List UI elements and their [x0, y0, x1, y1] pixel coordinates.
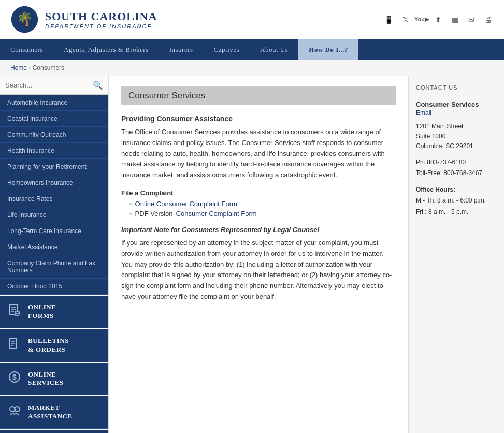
print-icon[interactable]: 🖨	[482, 14, 494, 25]
contact-divider	[416, 94, 497, 94]
breadcrumb: Home › Consumers	[0, 60, 504, 76]
rss-icon[interactable]: ▥	[449, 14, 460, 25]
sidebar-item-rates[interactable]: Insurance Rates	[0, 191, 108, 207]
complaint-title: File a Complaint	[121, 189, 396, 197]
contact-phone: Ph: 803-737-6180 Toll-Free: 800-768-3467	[416, 157, 497, 179]
org-sub: Department of Insurance	[45, 23, 157, 30]
services-icon: $	[7, 370, 22, 387]
phone-number: Ph: 803-737-6180	[416, 157, 497, 168]
market-icon	[7, 404, 22, 421]
address-line1: 1201 Main Street	[416, 122, 497, 132]
logo-text: South Carolina Department of Insurance	[45, 10, 157, 30]
online-complaint-link[interactable]: Online Consumer Complaint Form	[135, 200, 237, 208]
twitter-icon[interactable]: 𝕏	[399, 14, 411, 25]
main-nav: Consumers Agents, Adjusters & Brokers In…	[0, 39, 504, 60]
pdf-prefix: PDF Version	[135, 210, 173, 218]
hours-line1: M - Th. 8 a.m. - 6:00 p.m.	[416, 195, 497, 207]
page-title-bar: Consumer Services	[121, 86, 396, 105]
sidebar-item-flood[interactable]: October Flood 2015	[0, 279, 108, 295]
nav-about[interactable]: About Us	[250, 39, 298, 60]
widget-market-label: MarketAssistance	[28, 403, 73, 421]
forms-icon	[7, 304, 22, 320]
share-icon[interactable]: ⬆	[433, 14, 444, 25]
search-bar: 🔍	[0, 76, 108, 95]
providing-title: Providing Consumer Assistance	[121, 114, 396, 123]
sidebar-item-automobile[interactable]: Automobile Insurance	[0, 95, 108, 111]
breadcrumb-separator: ›	[28, 64, 31, 71]
sidebar-item-company-claim[interactable]: Company Claim Phone and Fax Numbers	[0, 255, 108, 279]
sidebar-item-health[interactable]: Health Insurance	[0, 143, 108, 159]
contact-dept-name: Consumer Services	[416, 100, 497, 108]
search-button[interactable]: 🔍	[93, 80, 103, 90]
org-name: South Carolina	[45, 10, 157, 23]
right-panel: Contact Us Consumer Services Email 1201 …	[408, 76, 504, 433]
contact-title: Contact Us	[416, 84, 497, 91]
sidebar-item-retirement[interactable]: Planning for your Retirement	[0, 159, 108, 175]
svg-text:$: $	[12, 373, 17, 381]
hours-label: Office Hours:	[416, 184, 497, 196]
nav-agents[interactable]: Agents, Adjusters & Brokers	[53, 39, 159, 60]
bulletins-icon	[7, 337, 22, 354]
youtube-icon[interactable]: You▶	[416, 14, 427, 25]
breadcrumb-home[interactable]: Home	[10, 64, 27, 71]
sidebar-widgets: OnlineForms Bulletins& Orders $ OnlineSe…	[0, 296, 108, 433]
sidebar-item-community[interactable]: Community Outreach	[0, 127, 108, 143]
sidebar: 🔍 Automobile Insurance Coastal Insurance…	[0, 76, 109, 433]
note-title: Important Note for Consumers Represented…	[121, 226, 396, 234]
widget-bulletins-label: Bulletins& Orders	[28, 337, 69, 354]
main-layout: 🔍 Automobile Insurance Coastal Insurance…	[0, 76, 504, 433]
widget-forms-label: OnlineForms	[28, 303, 56, 321]
hours-line2: Fri.: 8 a.m. - 5 p.m.	[416, 207, 497, 218]
complaint-links-list: Online Consumer Complaint Form PDF Versi…	[121, 200, 396, 218]
sidebar-item-life[interactable]: Life Insurance	[0, 207, 108, 223]
nav-captives[interactable]: Captives	[204, 39, 250, 60]
toll-free-number: Toll-Free: 800-768-3467	[416, 168, 497, 179]
address-line2: Suite 1000	[416, 132, 497, 141]
sidebar-item-homeowners[interactable]: Homeowners Insurance	[0, 175, 108, 191]
page-title: Consumer Services	[128, 91, 388, 101]
complaint-section: File a Complaint Online Consumer Complai…	[121, 189, 396, 218]
widget-market-assist[interactable]: MarketAssistance	[0, 396, 108, 429]
contact-hours: Office Hours: M - Th. 8 a.m. - 6:00 p.m.…	[416, 184, 497, 218]
widget-bulletins[interactable]: Bulletins& Orders	[0, 329, 108, 362]
nav-consumers[interactable]: Consumers	[0, 39, 53, 60]
pdf-complaint-link[interactable]: Consumer Complaint Form	[176, 210, 257, 218]
complaint-link-pdf: PDF Version Consumer Complaint Form	[129, 210, 396, 218]
address-line3: Columbia, SC 29201	[416, 141, 497, 151]
logo-area: 🌴 South Carolina Department of Insurance	[10, 5, 157, 34]
widget-online-forms[interactable]: OnlineForms	[0, 296, 108, 328]
sidebar-item-longterm[interactable]: Long-Term Care Insurance	[0, 223, 108, 239]
nav-insurers[interactable]: Insurers	[159, 39, 204, 60]
providing-body: The Office of Consumer Services provides…	[121, 127, 396, 181]
note-section: Important Note for Consumers Represented…	[121, 226, 396, 302]
search-input[interactable]	[5, 81, 93, 89]
widget-notifications[interactable]: NotificationSubscriptions	[0, 430, 108, 433]
providing-section: Providing Consumer Assistance The Office…	[121, 114, 396, 181]
facebook-icon[interactable]: 📱	[383, 14, 394, 25]
widget-online-services[interactable]: $ OnlineServices	[0, 363, 108, 396]
contact-address: 1201 Main Street Suite 1000 Columbia, SC…	[416, 122, 497, 152]
main-content: Consumer Services Providing Consumer Ass…	[109, 76, 408, 433]
contact-email-link[interactable]: Email	[416, 109, 431, 117]
sidebar-item-market[interactable]: Market Assistance	[0, 239, 108, 255]
nav-how-do-i[interactable]: How Do I...?	[298, 39, 358, 60]
sidebar-item-coastal[interactable]: Coastal Insurance	[0, 111, 108, 127]
widget-services-label: OnlineServices	[28, 370, 64, 388]
breadcrumb-current: Consumers	[33, 64, 64, 71]
note-body: If you are represented by an attorney in…	[121, 238, 396, 302]
social-icons: 📱 𝕏 You▶ ⬆ ▥ ✉ 🖨	[383, 14, 494, 25]
svg-text:🌴: 🌴	[17, 11, 34, 27]
email-icon[interactable]: ✉	[466, 14, 477, 25]
site-header: 🌴 South Carolina Department of Insurance…	[0, 0, 504, 39]
sidebar-nav: Automobile Insurance Coastal Insurance C…	[0, 95, 108, 295]
logo-icon: 🌴	[10, 5, 39, 34]
complaint-link-online: Online Consumer Complaint Form	[129, 200, 396, 208]
